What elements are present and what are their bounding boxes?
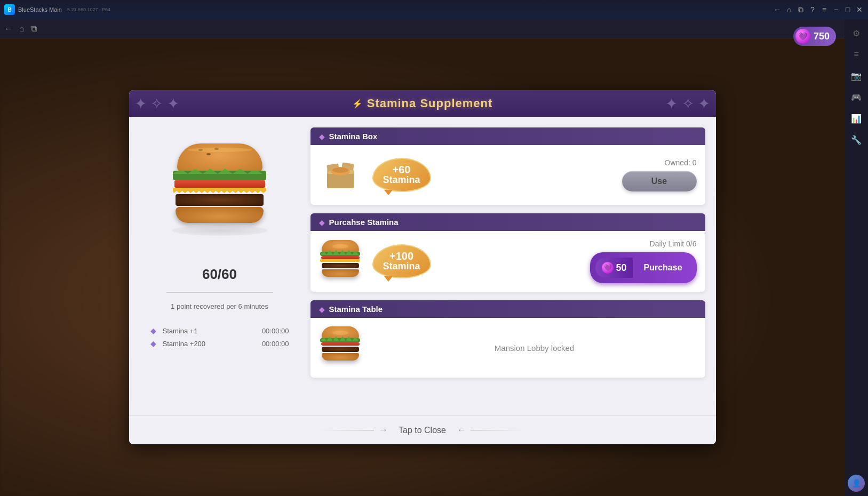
bonus-label-2: Stamina +200 (163, 340, 206, 348)
purchase-label: Purchase (635, 263, 690, 273)
bubble-text-1: Stamina (382, 175, 421, 186)
bonus-label-1: Stamina +1 (163, 327, 198, 335)
right-sidebar: ⚙ ≡ 📷 🎮 📊 🔧 👤 (845, 19, 868, 496)
copy-button[interactable]: ⧉ (797, 5, 805, 14)
stamina-box-section: ◆ Stamina Box (310, 127, 705, 205)
bubble-text-2: Stamina (382, 261, 421, 272)
dialog-header: ✦ ✧ ✦ ✦ ✧ ✦ ⚡ Stamina Supplement (129, 90, 716, 117)
box-icon (319, 154, 362, 196)
stamina-table-body: Mansion Lobby locked (310, 318, 705, 378)
app-subtitle: 5.21.660.1027 · P64 (67, 7, 110, 12)
nav-home[interactable]: ⌂ (19, 24, 25, 34)
sidebar-camera[interactable]: 📷 (847, 66, 866, 85)
bluestacks-icon: B (4, 4, 15, 15)
sidebar-settings[interactable]: ⚙ (847, 23, 866, 43)
arrow-line-1 (321, 430, 374, 430)
sparkle-1: ✦ (426, 156, 433, 166)
nav-tab[interactable]: ⧉ (31, 24, 37, 34)
help-button[interactable]: ? (808, 5, 817, 14)
purchase-cost: 50 (616, 262, 626, 274)
currency-amount: 750 (814, 31, 830, 42)
currency-badge: 💜 750 (793, 27, 836, 46)
right-panel: ◆ Stamina Box (310, 127, 705, 405)
stamina-box-right: Owned: 0 Use (622, 158, 697, 191)
stamina-counter: 60/60 (202, 266, 237, 283)
section-diamond-1: ◆ (319, 132, 325, 141)
menu-button[interactable]: ≡ (820, 5, 829, 14)
stamina-box-body: +60 Stamina ✦ Owned: 0 Use (310, 145, 705, 205)
arrow-line-2 (471, 430, 524, 430)
home-button[interactable]: ⌂ (785, 5, 793, 14)
locked-text: Mansion Lobby locked (372, 343, 697, 353)
stamina-box-bubble: +60 Stamina ✦ (372, 158, 431, 192)
user-avatar[interactable]: 👤 (848, 475, 865, 492)
sidebar-gamepad[interactable]: 🎮 (847, 87, 866, 107)
bubble-plus-2: +100 (382, 251, 421, 261)
stamina-box-title: Stamina Box (329, 132, 378, 141)
stamina-dialog: ✦ ✧ ✦ ✦ ✧ ✦ ⚡ Stamina Supplement (129, 90, 716, 444)
window-controls: ← ⌂ ⧉ ? ≡ − □ ✕ (773, 5, 864, 14)
bubble-plus-1: +60 (382, 164, 421, 175)
minimize-button[interactable]: − (832, 5, 840, 14)
ornament-left: ✦ ✧ ✦ (134, 95, 180, 113)
burger-large-icon (161, 138, 278, 255)
sidebar-stats[interactable]: 📊 (847, 109, 866, 128)
purchase-stamina-title: Purcahse Stamina (329, 218, 399, 227)
tomato (174, 180, 265, 188)
purchase-stamina-section: ◆ Purcahse Stamina (310, 213, 705, 292)
footer-arrow-right: ← (457, 425, 524, 436)
dialog-body: 60/60 1 point recovered per 6 minutes ◆ … (129, 117, 716, 415)
dialog-title: Stamina Supplement (367, 97, 493, 110)
arrow-right-symbol: → (378, 425, 388, 436)
gem-icon: 💜 (795, 29, 810, 44)
purchase-stamina-header: ◆ Purcahse Stamina (310, 213, 705, 231)
bonus-item-1: ◆ Stamina +1 00:00:00 (145, 324, 294, 337)
burger-small-2 (319, 326, 362, 369)
recovery-text: 1 point recovered per 6 minutes (171, 302, 268, 310)
back-button[interactable]: ← (773, 5, 782, 14)
left-panel: 60/60 1 point recovered per 6 minutes ◆ … (140, 127, 300, 405)
purchase-stamina-bubble: +100 Stamina ✦ (372, 244, 431, 278)
nav-back[interactable]: ← (4, 24, 13, 34)
nav-bar: ← ⌂ ⧉ (0, 19, 868, 38)
purchase-stamina-right: Daily Limit 0/6 💜 50 Purchase (590, 239, 697, 283)
bun-bottom (176, 207, 264, 223)
section-diamond-3: ◆ (319, 305, 325, 314)
diamond-icon-1: ◆ (150, 326, 156, 335)
bonus-timer-2: 00:00:00 (262, 340, 289, 348)
ornament-right: ✦ ✧ ✦ (665, 95, 711, 113)
diamond-icon-2: ◆ (150, 339, 156, 348)
bun-top (177, 143, 262, 173)
sidebar-menu[interactable]: ≡ (847, 45, 866, 64)
section-diamond-2: ◆ (319, 218, 325, 227)
bonus-timer-1: 00:00:00 (262, 327, 289, 335)
dialog-footer: → Tap to Close ← (129, 415, 716, 444)
bonus-item-2: ◆ Stamina +200 00:00:00 (145, 337, 294, 350)
shadow (172, 225, 268, 236)
main-content: ✦ ✧ ✦ ✦ ✧ ✦ ⚡ Stamina Supplement (0, 38, 845, 496)
close-button[interactable]: ✕ (855, 5, 864, 14)
sidebar-tools[interactable]: 🔧 (847, 130, 866, 149)
top-bar: B BlueStacks Main 5.21.660.1027 · P64 ← … (0, 0, 868, 19)
svg-point-6 (332, 167, 348, 173)
stamina-box-header: ◆ Stamina Box (310, 127, 705, 145)
sparkle-2: ✦ (426, 243, 433, 253)
burger-small-1 (319, 240, 362, 283)
stamina-table-title: Stamina Table (329, 305, 383, 314)
footer-close-text[interactable]: Tap to Close (399, 426, 446, 435)
daily-limit-text: Daily Limit 0/6 (650, 239, 697, 248)
lettuce (173, 171, 266, 180)
app-title: BlueStacks Main (18, 6, 62, 13)
patty (176, 194, 264, 206)
stamina-table-header: ◆ Stamina Table (310, 300, 705, 318)
use-button[interactable]: Use (622, 171, 697, 191)
purchase-gem-icon: 💜 (602, 262, 614, 274)
maximize-button[interactable]: □ (843, 5, 852, 14)
footer-arrow-left: → (321, 425, 388, 436)
owned-text: Owned: 0 (665, 158, 697, 167)
purchase-button[interactable]: 💜 50 Purchase (590, 252, 697, 283)
stamina-table-section: ◆ Stamina Table Mansion Lobby locked (310, 300, 705, 378)
app-logo: B BlueStacks Main 5.21.660.1027 · P64 (4, 4, 110, 15)
cheese (173, 188, 266, 193)
divider (166, 292, 273, 293)
